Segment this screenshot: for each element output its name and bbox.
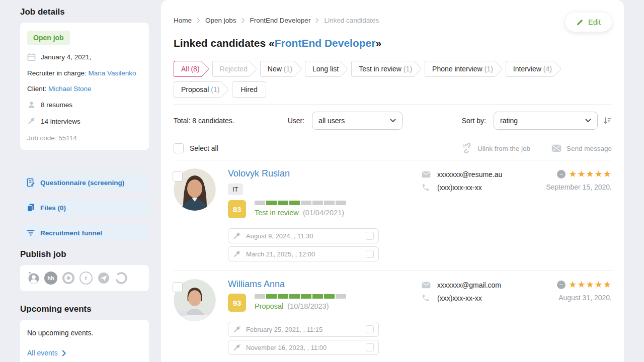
tab-phone-interview[interactable]: Phone interview(1) xyxy=(425,61,495,77)
total-candidates: Total: 8 candidates. xyxy=(174,117,234,125)
tab-count: (1) xyxy=(284,65,292,73)
sort-select[interactable]: rating xyxy=(494,112,598,130)
tab-label: Hired xyxy=(240,85,257,94)
candidate-row: Volovyk Ruslan IT 83 Test in review (01/… xyxy=(174,160,612,271)
minus-circle-icon[interactable] xyxy=(557,281,566,289)
candidate-email[interactable]: xxxxxxx@gmail.com xyxy=(437,281,501,289)
target-job-board-icon[interactable] xyxy=(62,272,75,285)
score-row: 83 Test in review (01/04/2021) xyxy=(228,200,612,218)
tab-label: Long list xyxy=(312,65,339,73)
event-datetime: November 16, 2023, , 11:00 xyxy=(246,344,327,351)
tab-proposal[interactable]: Proposal(1) xyxy=(174,81,221,98)
interview-event[interactable]: February 25, 2021, , 11:15 xyxy=(228,322,379,337)
stage-status-link[interactable]: Proposal xyxy=(255,302,283,310)
event-checkbox[interactable] xyxy=(366,343,374,351)
candidate-checkbox[interactable] xyxy=(173,171,183,182)
hh-job-board-icon[interactable]: hh xyxy=(44,272,57,285)
event-checkbox[interactable] xyxy=(366,250,374,258)
interview-event[interactable]: August 9, 2024, , 11:30 xyxy=(228,228,379,243)
user-filter-select[interactable]: all users xyxy=(312,112,403,130)
unlink-label: Ulink from the job xyxy=(477,145,530,152)
candidate-phone[interactable]: (xxx)xxx-xx-xx xyxy=(437,184,482,192)
all-events-link[interactable]: All events xyxy=(27,349,142,357)
candidate-email[interactable]: xxxxxxx@resume.au xyxy=(437,170,502,178)
paper-plane-job-board-icon[interactable] xyxy=(97,272,110,285)
sidebar-item-files[interactable]: Files (0) xyxy=(20,199,149,216)
stage-progress-bar xyxy=(255,294,346,299)
open-ring-job-board-icon[interactable] xyxy=(115,272,128,285)
tab-hired[interactable]: Hired xyxy=(232,81,266,98)
recruiter-link[interactable]: Maria Vasilenko xyxy=(89,69,136,77)
job-board-person-leaf-icon[interactable] xyxy=(27,272,40,285)
tab-new[interactable]: New(1) xyxy=(260,61,294,77)
select-all-checkbox[interactable] xyxy=(174,143,184,153)
sidebar-item-recruitment-funnel[interactable]: Recruitment funnel xyxy=(20,224,149,241)
tab-label: Rejected xyxy=(220,65,248,73)
sort-direction-icon[interactable] xyxy=(603,116,612,125)
send-message-label: Send message xyxy=(567,145,612,152)
breadcrumb-job[interactable]: FrontEnd Developer xyxy=(250,17,311,24)
candidate-checkbox[interactable] xyxy=(173,282,183,292)
all-events-label: All events xyxy=(27,349,58,357)
tab-count: (1) xyxy=(404,65,412,73)
star-rating[interactable]: ★★★★★ xyxy=(569,280,612,289)
page-title: Linked candidates «FrontEnd Developer» xyxy=(174,37,612,49)
files-icon xyxy=(26,203,35,212)
sidebar-item-questionnaire[interactable]: Questionnaire (screening) xyxy=(20,174,149,191)
tab-label: All (8) xyxy=(181,65,200,73)
star-rating[interactable]: ★★★★★ xyxy=(569,169,612,178)
interview-event[interactable]: November 16, 2023, , 11:00 xyxy=(228,340,379,355)
tab-test-in-review[interactable]: Test in review(1) xyxy=(351,61,414,77)
event-checkbox[interactable] xyxy=(366,325,374,333)
candidate-tag: IT xyxy=(228,184,243,195)
job-date: January 4, 2021, xyxy=(41,53,92,61)
edit-button[interactable]: Edit xyxy=(565,13,612,32)
candidate-contact: xxxxxxx@resume.au (xxx)xxx-xx-xx xyxy=(422,170,502,197)
recruiter-label: Recruiter in charge: xyxy=(27,69,89,77)
publish-job-card: hh r xyxy=(20,265,149,291)
job-details-sidebar: Job details Open job January 4, 2021, Re… xyxy=(20,0,149,362)
minus-circle-icon[interactable] xyxy=(557,170,566,178)
chevron-right-icon xyxy=(242,18,245,23)
candidate-rating[interactable]: ★★★★★ xyxy=(546,169,612,178)
interview-event[interactable]: March 21, 2025, , 12:00 xyxy=(228,246,379,261)
tab-all[interactable]: All (8) xyxy=(174,61,202,77)
microphone-icon xyxy=(233,232,240,240)
candidate-meta: ★★★★★ August 31, 2020, xyxy=(557,280,612,302)
no-events-text: No upcoming events. xyxy=(27,329,142,337)
r-job-board-icon[interactable]: r xyxy=(79,272,93,285)
send-message-action[interactable]: Send message xyxy=(551,144,612,152)
candidate-rating[interactable]: ★★★★★ xyxy=(557,280,612,289)
candidate-name-link[interactable]: Williams Anna xyxy=(228,279,285,290)
unlink-from-job-action[interactable]: Ulink from the job xyxy=(462,143,530,153)
candidate-main: Williams Anna 93 Proposal (10/18/2023) F… xyxy=(228,278,612,362)
breadcrumb-current: Linked candidates xyxy=(324,17,379,24)
select-all-label: Select all xyxy=(190,144,218,152)
microphone-icon xyxy=(27,117,36,125)
candidate-phone[interactable]: (xxx)xxx-xx-xx xyxy=(437,294,482,302)
page-title-prefix: Linked candidates « xyxy=(174,37,275,49)
email-row: xxxxxxx@resume.au xyxy=(422,170,502,178)
job-details-title: Job details xyxy=(20,7,149,17)
tab-rejected[interactable]: Rejected xyxy=(212,61,250,77)
event-checkbox[interactable] xyxy=(366,232,374,240)
stage-status-date: (10/18/2023) xyxy=(287,302,329,310)
breadcrumb-home[interactable]: Home xyxy=(174,17,192,24)
stage-status-link[interactable]: Test in review xyxy=(255,209,299,217)
person-icon xyxy=(27,101,36,109)
tab-long-list[interactable]: Long list xyxy=(305,61,341,77)
stage-progress-bar xyxy=(255,201,346,205)
breadcrumb-open-jobs[interactable]: Open jobs xyxy=(205,17,236,24)
linked-candidates-panel: Home Open jobs FrontEnd Developer Linked… xyxy=(161,0,624,362)
sort-value: rating xyxy=(500,117,518,125)
candidate-name-link[interactable]: Volovyk Ruslan xyxy=(228,168,290,179)
envelope-icon xyxy=(551,144,561,152)
job-status-badge: Open job xyxy=(27,31,70,45)
recruiter-row: Recruiter in charge: Maria Vasilenko xyxy=(27,69,142,77)
funnel-icon xyxy=(26,228,35,237)
tab-interview[interactable]: Interview(4) xyxy=(506,61,554,77)
job-code: Job code: 55114 xyxy=(27,134,142,142)
client-label: Client: xyxy=(27,85,48,93)
client-link[interactable]: Michael Stone xyxy=(48,85,92,93)
user-filter-label: User: xyxy=(288,117,304,125)
